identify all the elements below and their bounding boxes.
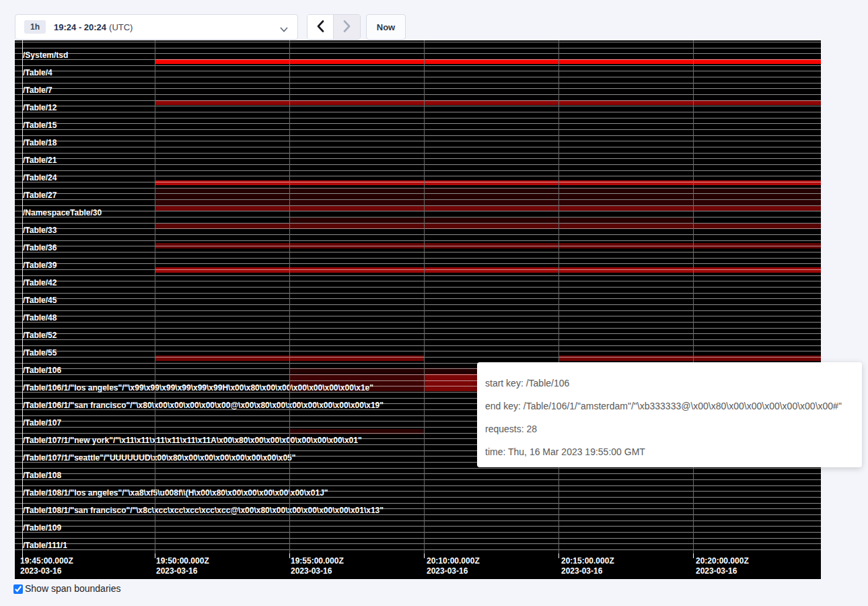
key-visualizer-heatmap[interactable]: /System/tsd/Table/4/Table/7/Table/12/Tab…	[15, 40, 821, 579]
axis-time-label: 19:50:00.000Z 2023-03-16	[156, 556, 209, 576]
axis-tick	[289, 553, 290, 558]
show-span-boundaries-control[interactable]: Show span boundaries	[13, 583, 120, 594]
axis-time-label: 19:55:00.000Z 2023-03-16	[291, 556, 344, 576]
row-label: /Table/7	[23, 86, 52, 95]
tooltip-line: start key: /Table/106	[485, 372, 854, 395]
row-label: /Table/55	[23, 348, 57, 358]
row-label: /System/tsd	[23, 50, 68, 60]
span-tooltip: start key: /Table/106end key: /Table/106…	[477, 362, 862, 467]
range-text: 19:24 - 20:24	[54, 22, 106, 32]
axis-tick	[424, 553, 425, 558]
row-label: /Table/106/1/"los angeles"/"\x99\x99\x99…	[23, 383, 373, 393]
axis-tick	[155, 553, 155, 558]
row-label: /Table/107/1/"seattle"/"UUUUUUD\x00\x80\…	[23, 453, 295, 463]
row-label: /Table/12	[23, 103, 57, 112]
chevron-down-icon	[280, 23, 288, 35]
row-label: /Table/15	[23, 121, 57, 130]
axis-time-label: 20:20:00.000Z 2023-03-16	[696, 556, 749, 576]
now-button[interactable]: Now	[366, 14, 406, 40]
row-label: /Table/106	[23, 366, 61, 375]
row-label: /Table/107	[23, 418, 61, 428]
row-label: /Table/45	[23, 296, 57, 305]
heatmap-row-labels: /System/tsd/Table/4/Table/7/Table/12/Tab…	[15, 40, 821, 553]
row-label: /Table/111/1	[23, 541, 67, 550]
range-timezone: (UTC)	[109, 22, 133, 32]
chevron-right-icon	[343, 20, 351, 34]
row-label: /Table/106/1/"san francisco"/"\x80\x00\x…	[23, 401, 384, 410]
tooltip-line: end key: /Table/106/1/"amsterdam"/"\xb33…	[485, 395, 854, 417]
row-label: /Table/42	[23, 278, 57, 288]
axis-time-label: 19:45:00.000Z 2023-03-16	[20, 556, 73, 576]
time-axis: 19:45:00.000Z 2023-03-1619:50:00.000Z 20…	[15, 553, 821, 579]
row-label: /Table/21	[23, 156, 57, 165]
row-label: /Table/27	[23, 191, 57, 200]
chevron-left-icon	[317, 20, 324, 34]
row-label: /Table/24	[23, 173, 57, 182]
row-label: /Table/108/1/"san francisco"/"\x8c\xcc\x…	[23, 506, 384, 515]
time-nav-group	[307, 14, 361, 40]
row-label: /Table/108	[23, 471, 61, 480]
time-range-selector[interactable]: 1h 19:24 - 20:24 (UTC)	[15, 14, 298, 40]
row-label: /Table/33	[23, 226, 57, 235]
row-label: /Table/18	[23, 138, 57, 147]
row-label: /Table/36	[23, 243, 57, 252]
tooltip-line: requests: 28	[485, 417, 854, 440]
row-label: /Table/107/1/"new york"/"\x11\x11\x11\x1…	[23, 436, 362, 445]
show-span-boundaries-checkbox[interactable]	[13, 584, 23, 594]
tooltip-line: time: Thu, 16 Mar 2023 19:55:00 GMT	[485, 440, 854, 463]
axis-tick	[693, 553, 694, 558]
range-duration-badge: 1h	[24, 20, 46, 34]
key-visualizer-page: 1h 19:24 - 20:24 (UTC) Now /System/tsd/T…	[0, 0, 868, 606]
previous-range-button[interactable]	[308, 15, 334, 39]
row-label: /Table/52	[23, 331, 57, 340]
checkbox-label: Show span boundaries	[25, 583, 120, 594]
axis-tick	[558, 553, 559, 558]
row-label: /Table/109	[23, 523, 61, 533]
row-label: /Table/39	[23, 261, 57, 270]
next-range-button[interactable]	[334, 15, 360, 39]
row-label: /Table/4	[23, 68, 52, 77]
row-label: /Table/48	[23, 313, 57, 323]
axis-time-label: 20:15:00.000Z 2023-03-16	[561, 556, 614, 576]
row-label: /NamespaceTable/30	[23, 208, 102, 217]
axis-time-label: 20:10:00.000Z 2023-03-16	[427, 556, 480, 576]
row-label: /Table/108/1/"los angeles"/"\xa8\xf5\u00…	[23, 488, 328, 498]
